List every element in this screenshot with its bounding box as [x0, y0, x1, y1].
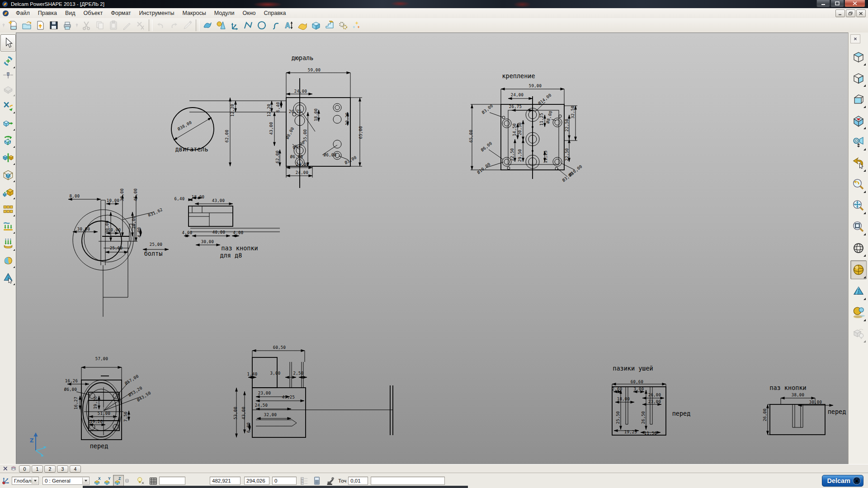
toolbar-grip[interactable] [1, 19, 6, 32]
level-tab-3[interactable]: 3 [57, 465, 68, 473]
zoom-previous-button[interactable] [851, 175, 866, 193]
menu-item-Объект[interactable]: Объект [80, 9, 107, 17]
curve-tool[interactable] [269, 19, 282, 32]
menu-item-Формат[interactable]: Формат [107, 9, 135, 17]
x-axis-lock-button[interactable]: X [93, 475, 103, 486]
close-levels-button[interactable] [1, 465, 9, 473]
view-camera-button[interactable] [851, 133, 866, 151]
shadow-shading-button[interactable] [851, 304, 866, 322]
open-model-button[interactable] [20, 19, 33, 32]
wireframe-shading-button[interactable] [851, 239, 866, 257]
drawing-button-slot[interactable]: паз кнопки38,0030,0026,00перед [763, 384, 846, 435]
workplane-axes-tool[interactable] [228, 19, 241, 32]
menu-item-Макросы[interactable]: Макросы [179, 9, 210, 17]
menu-item-Модули[interactable]: Модули [210, 9, 239, 17]
convert-wireframe-tool[interactable] [1, 99, 15, 114]
level-tab-0[interactable]: 0 [19, 465, 30, 473]
undo-view-button[interactable] [851, 154, 866, 172]
surface-tool[interactable] [296, 19, 309, 32]
format-painter-button[interactable] [120, 19, 134, 32]
transparent-shading-button[interactable] [851, 282, 866, 300]
shaded-view-button[interactable] [850, 260, 867, 279]
maximize-button[interactable] [830, 0, 844, 7]
primitives-tool[interactable] [214, 19, 228, 32]
menu-item-Окно[interactable]: Окно [238, 9, 259, 17]
level-tab-1[interactable]: 1 [32, 465, 43, 473]
menu-item-Справка[interactable]: Справка [259, 9, 290, 17]
offset-object-tool[interactable] [1, 167, 15, 183]
delete-button[interactable] [134, 19, 147, 32]
tool-position-icon[interactable] [325, 476, 336, 486]
save-button[interactable] [47, 19, 61, 32]
pick-solid-tool[interactable] [1, 270, 15, 286]
paste-button[interactable] [107, 19, 120, 32]
menu-item-Правка[interactable]: Правка [34, 9, 61, 17]
coordinate-y-field[interactable]: 294,026 [244, 477, 269, 485]
level-tab-2[interactable]: 2 [44, 465, 56, 473]
drawing-mount-plate[interactable]: крепление59,0024,0026,75Ø14,00Ø3,0032,50… [469, 72, 583, 183]
select-tool[interactable] [0, 34, 16, 52]
calculator-icon[interactable] [312, 476, 322, 486]
scale-object-tool[interactable] [1, 184, 15, 200]
block-tool[interactable] [1, 81, 15, 97]
redo-button[interactable] [167, 19, 181, 32]
pattern-object-tool[interactable] [1, 202, 15, 217]
emboss-surface-tool[interactable] [1, 236, 15, 251]
zoom-full-button[interactable] [851, 197, 866, 215]
app-menu-icon[interactable] [2, 10, 9, 17]
workplane-selector-arrow[interactable] [32, 478, 38, 484]
polyline-tool[interactable] [241, 19, 255, 32]
drawing-button-slot-d8[interactable]: паз кнопкидля д86,4018,0043,004,0040,004… [175, 195, 280, 259]
mirror-object-tool[interactable] [1, 150, 15, 165]
close-view-toolbar-button[interactable] [850, 34, 860, 43]
y-axis-lock-button[interactable]: Y [103, 475, 113, 486]
close-button[interactable] [844, 0, 865, 7]
level-selector-arrow[interactable] [82, 478, 89, 484]
menu-item-Инструменты[interactable]: Инструменты [135, 9, 179, 17]
child-restore-button[interactable] [846, 9, 855, 17]
new-model-button[interactable] [6, 19, 20, 32]
project-curve-tool[interactable] [1, 219, 15, 234]
toolbar-grip-2[interactable] [74, 19, 80, 32]
import-button[interactable] [33, 19, 47, 32]
keyboard-input-icon[interactable]: xyz [299, 476, 309, 486]
workplane-axes-icon[interactable] [1, 476, 11, 486]
lighting-button[interactable] [851, 325, 866, 343]
level-tab-4[interactable]: 4 [70, 465, 81, 473]
drawing-bolts[interactable]: болты8,0010,0030,0045,00R31,6226,004,003… [68, 188, 169, 317]
solid-tool[interactable] [309, 19, 323, 32]
grid-icon[interactable] [148, 476, 158, 486]
dynamic-rotate-tool[interactable] [1, 53, 15, 69]
view-iso-button[interactable] [851, 112, 866, 130]
circle-tool[interactable] [255, 19, 269, 32]
drawing-dural-plate[interactable]: дюраль59,0024,0012,2012,206,4026,7518,00… [189, 54, 363, 188]
workplane-selector[interactable]: Глобальна [12, 477, 39, 485]
copy-button[interactable] [93, 19, 107, 32]
morph-tool[interactable] [1, 253, 15, 268]
text-tool[interactable]: A [282, 19, 296, 32]
menu-item-Файл[interactable]: Файл [12, 9, 34, 17]
zoom-box-button[interactable] [851, 218, 866, 236]
minimize-button[interactable] [816, 0, 830, 7]
drawing-motor[interactable]: Ø38,00двигатель [171, 108, 214, 153]
drawing-body-section[interactable]: 60,501,403,002,5023,0049,2524,5053,0043,… [233, 345, 393, 437]
rotate-object-tool[interactable] [1, 133, 15, 148]
viewport[interactable]: Ø38,00двигатель [16, 33, 849, 465]
z-axis-lock-button[interactable]: Z [113, 475, 124, 487]
prompt-field[interactable] [371, 477, 445, 485]
feature-tool[interactable] [323, 19, 336, 32]
undo-button[interactable] [154, 19, 167, 32]
drawing-front-round[interactable]: 57,0016,26Ø6,0016,2719,2651,0019,267,50Ø… [64, 357, 152, 450]
grid-size-field[interactable] [159, 477, 185, 485]
intelligent-cursor-icon[interactable] [136, 476, 146, 486]
wizards-tool[interactable] [350, 19, 363, 32]
cut-button[interactable] [80, 19, 93, 32]
tolerance-field[interactable]: 0,01 [348, 477, 368, 485]
move-object-tool[interactable] [1, 116, 15, 131]
view-top-button[interactable] [851, 48, 866, 66]
child-minimize-button[interactable] [835, 9, 845, 17]
coordinate-x-field[interactable]: 482,921 [210, 477, 241, 485]
menu-item-Вид[interactable]: Вид [61, 9, 80, 17]
drawing-ear-slots[interactable]: пазики ушей60,602,603,0026,0023,0018,002… [612, 365, 691, 436]
child-close-button[interactable] [856, 9, 866, 17]
